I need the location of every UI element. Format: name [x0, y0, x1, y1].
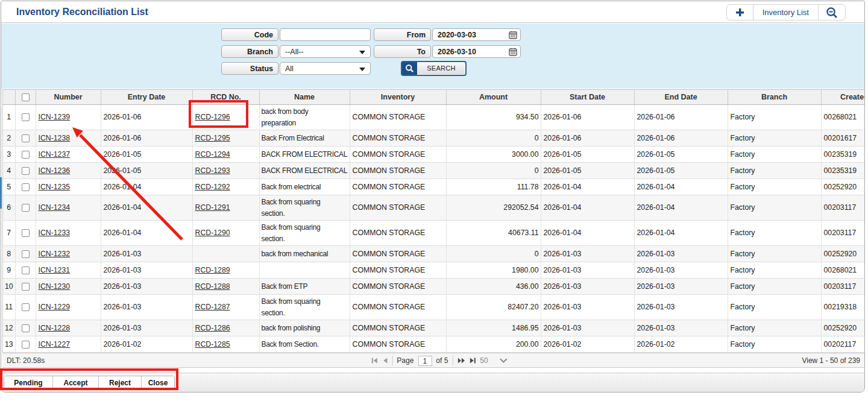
- rcd-link[interactable]: RCD-1294: [195, 150, 230, 159]
- row-number-cell: 10: [3, 279, 15, 295]
- column-header[interactable]: Amount: [446, 90, 541, 105]
- branch-cell: Factory: [728, 221, 821, 246]
- start-date-cell: 2026-01-04: [541, 179, 634, 195]
- name-cell: Back from squaring section.: [259, 295, 350, 320]
- column-header[interactable]: Start Date: [541, 90, 634, 105]
- rcd-link[interactable]: RCD-1285: [195, 340, 230, 349]
- column-header[interactable]: Number: [36, 90, 101, 105]
- search-button[interactable]: SEARCH: [401, 61, 467, 76]
- row-number-cell: 12: [3, 320, 15, 336]
- rcd-link[interactable]: RCD-1288: [195, 282, 230, 291]
- icn-link[interactable]: ICN-1237: [39, 150, 71, 159]
- row-checkbox[interactable]: [22, 283, 30, 291]
- icn-link[interactable]: ICN-1235: [39, 183, 71, 191]
- inventory-list-button[interactable]: Inventory List: [753, 5, 819, 20]
- table-row: 11ICN-12292026-01-03RCD-1287Back from sq…: [3, 295, 865, 320]
- number-cell: ICN-1231: [36, 262, 101, 279]
- end-date-cell: 2026-01-03: [634, 320, 728, 336]
- entry-date-cell: 2026-01-05: [101, 147, 192, 163]
- rcd-cell: RCD-1292: [192, 179, 259, 195]
- column-header[interactable]: End Date: [634, 90, 728, 105]
- code-input[interactable]: [280, 28, 371, 41]
- filter-bar: Code From 2020-03-03 Branch --All-- To 2…: [1, 24, 864, 89]
- rcd-link[interactable]: RCD-1292: [195, 183, 230, 191]
- row-select-cell: [15, 262, 36, 279]
- column-header[interactable]: Inventory: [350, 90, 446, 105]
- row-checkbox[interactable]: [22, 204, 30, 212]
- to-date-input[interactable]: 2026-03-10: [432, 45, 521, 58]
- row-checkbox[interactable]: [22, 324, 30, 332]
- icn-link[interactable]: ICN-1234: [39, 203, 71, 212]
- amount-cell: 292052.54: [446, 195, 541, 221]
- icn-link[interactable]: ICN-1236: [39, 166, 71, 175]
- page-size-value[interactable]: 50: [480, 356, 488, 365]
- rcd-link[interactable]: RCD-1290: [195, 229, 230, 237]
- amount-cell: 1980.00: [446, 262, 541, 279]
- rcd-link[interactable]: RCD-1295: [195, 134, 230, 142]
- branch-select[interactable]: --All--: [280, 45, 371, 58]
- zoom-out-button[interactable]: [819, 5, 845, 20]
- table-row: 8ICN-12322026-01-03back from mechanicalC…: [3, 246, 865, 262]
- icn-link[interactable]: ICN-1238: [39, 134, 71, 142]
- column-header[interactable]: Created By: [821, 90, 865, 105]
- next-page-button[interactable]: [457, 358, 465, 364]
- number-cell: ICN-1235: [36, 179, 101, 195]
- icn-link[interactable]: ICN-1232: [39, 250, 71, 258]
- column-header[interactable]: Name: [259, 90, 350, 105]
- entry-date-cell: 2026-01-03: [101, 320, 192, 336]
- table-row: 6ICN-12342026-01-04RCD-1291Back from squ…: [3, 195, 865, 221]
- plus-icon: [735, 8, 744, 17]
- reconciliation-table: NumberEntry DateRCD No.NameInventoryAmou…: [2, 89, 865, 353]
- table-row: 13ICN-12272026-01-02RCD-1285Back from Se…: [3, 336, 865, 353]
- column-header[interactable]: Entry Date: [101, 90, 192, 105]
- page-input[interactable]: 1: [418, 356, 432, 366]
- row-checkbox[interactable]: [22, 341, 30, 349]
- calendar-icon[interactable]: [509, 48, 517, 56]
- rcd-link[interactable]: RCD-1291: [195, 203, 230, 212]
- row-checkbox[interactable]: [22, 113, 30, 121]
- rcd-cell: RCD-1288: [192, 279, 259, 295]
- icn-link[interactable]: ICN-1230: [39, 282, 71, 291]
- row-checkbox[interactable]: [22, 250, 30, 258]
- row-checkbox[interactable]: [22, 134, 30, 142]
- select-all-header: [15, 90, 36, 105]
- search-icon: [402, 62, 417, 75]
- icn-link[interactable]: ICN-1233: [39, 229, 71, 237]
- prev-page-button[interactable]: [382, 358, 388, 364]
- icn-link[interactable]: ICN-1231: [39, 266, 71, 274]
- row-checkbox[interactable]: [22, 229, 30, 237]
- inventory-cell: COMMON STORAGE: [350, 320, 446, 336]
- end-date-cell: 2026-01-06: [634, 130, 728, 147]
- number-cell: ICN-1233: [36, 221, 101, 246]
- select-all-checkbox[interactable]: [22, 93, 30, 101]
- page-size-chevron-icon[interactable]: [500, 358, 508, 363]
- icn-link[interactable]: ICN-1239: [39, 113, 71, 121]
- icn-link[interactable]: ICN-1228: [39, 324, 71, 332]
- rcd-link[interactable]: RCD-1289: [195, 266, 230, 274]
- add-button[interactable]: [727, 5, 753, 20]
- branch-cell: Factory: [728, 246, 821, 262]
- column-header[interactable]: Branch: [728, 90, 821, 105]
- annotation-rectangle-rcd: [189, 100, 248, 128]
- rcd-link[interactable]: RCD-1293: [195, 166, 230, 175]
- name-cell: Back from squaring section.: [259, 221, 350, 246]
- row-select-cell: [15, 195, 36, 221]
- amount-cell: 436.00: [446, 279, 541, 295]
- row-checkbox[interactable]: [22, 183, 30, 191]
- rcd-link[interactable]: RCD-1286: [195, 324, 230, 332]
- status-select[interactable]: All: [280, 62, 371, 75]
- icn-link[interactable]: ICN-1229: [39, 303, 71, 311]
- inventory-cell: COMMON STORAGE: [350, 105, 446, 130]
- row-checkbox[interactable]: [22, 303, 30, 311]
- row-checkbox[interactable]: [22, 151, 30, 159]
- rcd-link[interactable]: RCD-1287: [195, 303, 230, 311]
- start-date-cell: 2026-01-04: [541, 195, 634, 221]
- row-checkbox[interactable]: [22, 167, 30, 175]
- icn-link[interactable]: ICN-1227: [39, 340, 71, 349]
- first-page-button[interactable]: [371, 358, 377, 364]
- calendar-icon[interactable]: [509, 31, 517, 39]
- last-page-button[interactable]: [469, 358, 476, 364]
- row-checkbox[interactable]: [22, 267, 30, 274]
- from-date-input[interactable]: 2020-03-03: [432, 28, 521, 41]
- table-row: 12ICN-12282026-01-03RCD-1286back from po…: [3, 320, 865, 336]
